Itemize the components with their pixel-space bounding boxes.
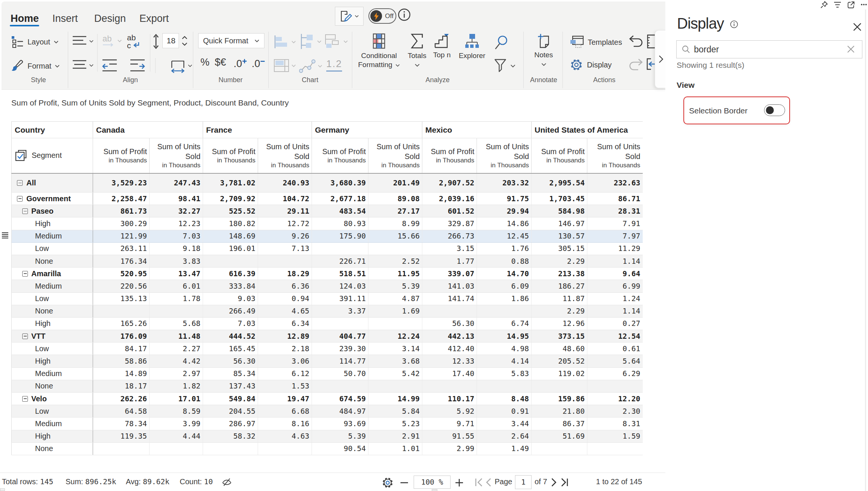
panel-search-input[interactable]	[694, 44, 818, 55]
pivot-cell[interactable]: 32.27	[150, 205, 203, 217]
tab-export[interactable]: Export	[139, 13, 169, 24]
clear-search-button[interactable]	[847, 45, 855, 53]
pivot-cell[interactable]: 220.56	[93, 280, 150, 292]
pivot-cell[interactable]: 616.39	[203, 268, 258, 280]
pivot-cell[interactable]: 175.90	[312, 230, 368, 242]
pivot-cell[interactable]: 9.26	[258, 230, 312, 242]
pivot-row-high[interactable]: High165.265.687.036.3456.306.7412.960.27	[12, 317, 643, 330]
pivot-cell[interactable]: 86.37	[532, 418, 587, 430]
pivot-cell[interactable]: 2.99	[422, 442, 477, 455]
pivot-cell[interactable]: 3.68	[368, 355, 422, 367]
pivot-cell[interactable]: 3.44	[477, 418, 532, 430]
pivot-cell[interactable]: 442.13	[422, 330, 477, 343]
row-drag-handle[interactable]	[2, 232, 8, 239]
measure-header-units[interactable]: Sum of UnitsSoldin Thousands	[258, 138, 312, 173]
selection-border-toggle[interactable]	[764, 104, 785, 116]
pivot-row-header[interactable]: None	[12, 442, 93, 455]
pivot-cell[interactable]	[258, 442, 312, 455]
pivot-cell[interactable]	[587, 442, 643, 455]
collapse-toggle[interactable]	[17, 180, 23, 186]
pivot-cell[interactable]	[422, 305, 477, 317]
pivot-row-low[interactable]: Low64.588.59204.556.68484.975.845.920.91…	[12, 405, 643, 418]
column-header-canada[interactable]: Canada	[93, 122, 203, 138]
pivot-cell[interactable]: 4.63	[258, 430, 312, 442]
pivot-cell[interactable]: 21.80	[532, 405, 587, 418]
pivot-cell[interactable]: 1.76	[477, 242, 532, 255]
pivot-cell[interactable]: 3,680.39	[312, 173, 368, 193]
pivot-cell[interactable]: 601.52	[422, 205, 477, 217]
pivot-cell[interactable]: 141.74	[422, 292, 477, 305]
pivot-cell[interactable]: 64.58	[93, 405, 150, 418]
layout-button[interactable]: Layout	[11, 34, 66, 50]
pivot-cell[interactable]	[477, 305, 532, 317]
pivot-row-medium[interactable]: Medium14.892.9785.346.1250.705.4217.405.…	[12, 367, 643, 380]
zoom-level-box[interactable]: 100 %	[414, 476, 451, 489]
pivot-cell[interactable]: 86.71	[587, 193, 643, 205]
pivot-cell[interactable]: 286.97	[203, 418, 258, 430]
pivot-cell[interactable]: 2.18	[258, 343, 312, 355]
page-input[interactable]	[515, 476, 531, 489]
pivot-cell[interactable]: 5.92	[422, 405, 477, 418]
prev-page-button[interactable]	[485, 478, 492, 487]
pivot-cell[interactable]: 90.54	[312, 442, 368, 455]
pivot-cell[interactable]: 14.86	[477, 217, 532, 230]
decrease-decimal-button[interactable]: .0−	[252, 57, 265, 70]
font-size-input-box[interactable]	[162, 33, 179, 48]
pivot-cell[interactable]	[312, 242, 368, 255]
collapse-toggle[interactable]	[22, 271, 28, 277]
pivot-cell[interactable]: 3.37	[312, 305, 368, 317]
pivot-cell[interactable]: 239.30	[312, 343, 368, 355]
pivot-cell[interactable]: 861.73	[93, 205, 150, 217]
undo-button[interactable]	[628, 35, 643, 48]
pivot-cell[interactable]: 176.09	[93, 330, 150, 343]
pivot-cell[interactable]: 56.30	[203, 355, 258, 367]
collapse-toggle[interactable]	[22, 396, 28, 402]
pivot-cell[interactable]: 11.48	[150, 330, 203, 343]
pivot-cell[interactable]: 159.86	[532, 393, 587, 405]
pivot-cell[interactable]: 93.69	[312, 418, 368, 430]
pivot-cell[interactable]: 5.83	[477, 367, 532, 380]
bar-chart-button[interactable]	[274, 35, 296, 49]
measure-header-profit[interactable]: Sum of Profitin Thousands	[203, 138, 258, 173]
pivot-cell[interactable]: 262.26	[93, 393, 150, 405]
pivot-row-none[interactable]: None266.494.653.371.692.291.14	[12, 305, 643, 317]
pivot-row-header[interactable]: High	[12, 317, 93, 330]
pivot-cell[interactable]: 5.64	[587, 355, 643, 367]
collapse-toggle[interactable]	[22, 208, 28, 214]
pivot-cell[interactable]: 266.73	[422, 230, 477, 242]
pivot-row-header[interactable]: Medium	[12, 367, 93, 380]
display-button[interactable]: Display	[570, 58, 612, 72]
measure-header-units[interactable]: Sum of UnitsSoldin Thousands	[587, 138, 643, 173]
pivot-row-high[interactable]: High119.354.4458.324.635.392.9191.552.64…	[12, 430, 643, 442]
pivot-cell[interactable]: 444.52	[203, 330, 258, 343]
pivot-cell[interactable]	[93, 442, 150, 455]
pivot-cell[interactable]: 196.01	[203, 242, 258, 255]
pivot-cell[interactable]: 8.16	[258, 418, 312, 430]
pivot-cell[interactable]: 2.52	[368, 255, 422, 267]
pivot-cell[interactable]: 110.17	[422, 393, 477, 405]
pivot-cell[interactable]: 180.82	[203, 217, 258, 230]
pivot-cell[interactable]: 0.94	[258, 292, 312, 305]
pivot-cell[interactable]: 266.49	[203, 305, 258, 317]
pivot-cell[interactable]: 12.54	[587, 330, 643, 343]
pivot-row-header[interactable]: Government	[12, 193, 93, 205]
pivot-cell[interactable]: 484.97	[312, 405, 368, 418]
pivot-cell[interactable]: 130.57	[532, 230, 587, 242]
hierarchy-chart-button[interactable]	[298, 33, 322, 50]
next-page-button[interactable]	[550, 478, 557, 487]
pivot-cell[interactable]: 7.97	[587, 230, 643, 242]
top-n-button[interactable]: Top n	[430, 32, 454, 60]
measure-header-profit[interactable]: Sum of Profitin Thousands	[532, 138, 587, 173]
pivot-cell[interactable]: 12.23	[150, 217, 203, 230]
percent-button[interactable]: %	[200, 57, 209, 68]
pivot-cell[interactable]	[477, 380, 532, 392]
pivot-row-all[interactable]: All3,529.23247.433,781.02240.933,680.392…	[12, 173, 643, 193]
pivot-cell[interactable]	[422, 380, 477, 392]
pivot-row-header[interactable]: High	[12, 355, 93, 367]
grid-settings-button[interactable]	[382, 477, 394, 489]
search-button[interactable]	[493, 35, 508, 52]
pivot-cell[interactable]: 2,709.92	[203, 193, 258, 205]
pivot-cell[interactable]: 18.17	[93, 380, 150, 392]
pivot-cell[interactable]: 14.95	[477, 330, 532, 343]
pivot-cell[interactable]: 29.11	[258, 205, 312, 217]
